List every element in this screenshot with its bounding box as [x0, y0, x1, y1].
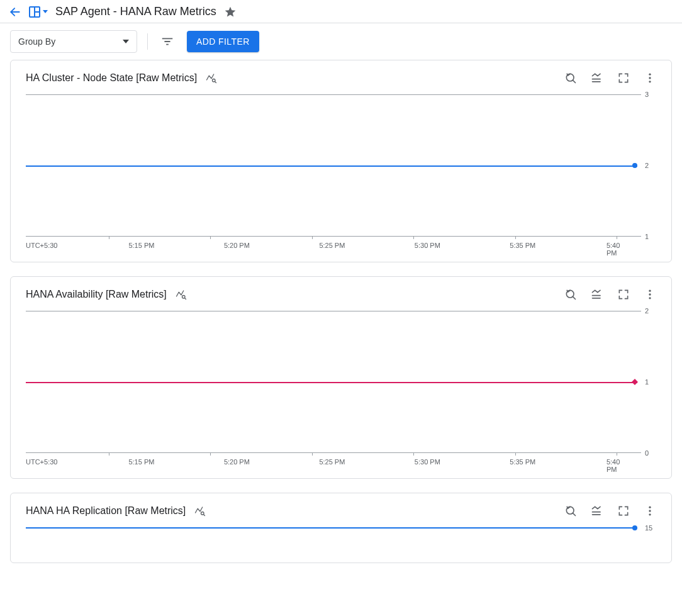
x-tick-label: 5:25 PM [319, 458, 345, 466]
group-by-label: Group By [18, 36, 55, 47]
chart-card-actions [564, 505, 656, 517]
y-tick-label: 1 [645, 378, 649, 386]
y-tick-label: 2 [645, 307, 649, 315]
x-tick [210, 236, 211, 239]
svg-line-2 [215, 81, 216, 82]
x-tick-label: 5:40 PM [607, 242, 630, 257]
chart-y-axis: 321 [641, 94, 656, 237]
series-marker [632, 379, 638, 385]
y-tick-label: 15 [645, 524, 652, 532]
reset-zoom-icon[interactable] [564, 72, 577, 84]
svg-point-27 [649, 513, 651, 515]
x-tick-label: 5:30 PM [415, 458, 440, 466]
y-tick-label: 2 [645, 162, 649, 169]
x-tick-label: 5:20 PM [224, 458, 250, 466]
x-tick-label: 5:20 PM [224, 242, 250, 249]
chart-body: 321 UTC+5:30 5:15 PM5:20 PM5:25 PM5:30 P… [11, 91, 671, 262]
legend-toggle-icon[interactable] [591, 72, 603, 84]
svg-point-26 [649, 510, 651, 512]
svg-line-13 [573, 296, 575, 299]
chart-x-axis: UTC+5:30 5:15 PM5:20 PM5:25 PM5:30 PM5:3… [26, 458, 656, 467]
svg-point-18 [649, 297, 651, 299]
series-line [26, 165, 637, 167]
svg-line-20 [204, 514, 205, 515]
chart-title: HA Cluster - Node State [Raw Metrics] [26, 72, 197, 84]
series-line [26, 527, 637, 529]
chart-title: HANA HA Replication [Raw Metrics] [26, 505, 186, 517]
toolbar-divider [147, 33, 148, 50]
x-tick [515, 452, 516, 456]
legend-toggle-icon[interactable] [591, 288, 603, 301]
chevron-down-icon [43, 10, 48, 13]
chart-plot-area[interactable] [26, 527, 641, 531]
chart-plot-area[interactable] [26, 311, 641, 453]
timezone-label: UTC+5:30 [26, 242, 64, 250]
chart-plot-area[interactable] [26, 94, 641, 237]
fullscreen-icon[interactable] [617, 72, 630, 84]
chart-title: HANA Availability [Raw Metrics] [26, 289, 167, 300]
x-tick-label: 5:25 PM [319, 242, 345, 249]
x-tick [413, 236, 414, 239]
svg-point-17 [649, 293, 651, 295]
x-tick [617, 452, 617, 456]
x-tick-label: 5:40 PM [607, 458, 630, 473]
chart-card-header: HANA HA Replication [Raw Metrics] [11, 493, 671, 524]
x-tick-label: 5:30 PM [415, 242, 440, 249]
svg-line-11 [184, 298, 186, 299]
chart-card: HA Cluster - Node State [Raw Metrics] [10, 60, 672, 262]
more-options-icon[interactable] [644, 72, 656, 84]
svg-point-9 [649, 81, 651, 82]
more-options-icon[interactable] [644, 288, 656, 301]
chart-card-actions [564, 72, 656, 84]
x-tick [617, 236, 617, 239]
y-tick-label: 3 [645, 91, 649, 98]
dashboard-dropdown-icon[interactable] [29, 6, 48, 18]
x-tick [312, 452, 313, 456]
x-tick [515, 236, 516, 239]
reset-zoom-icon[interactable] [564, 288, 577, 301]
y-tick-label: 0 [645, 449, 649, 457]
group-by-dropdown[interactable]: Group By [10, 30, 137, 53]
chevron-down-icon [123, 40, 129, 43]
chart-card-header: HA Cluster - Node State [Raw Metrics] [11, 60, 671, 91]
chart-card-header: HANA Availability [Raw Metrics] [11, 277, 671, 307]
chart-x-axis: UTC+5:30 5:15 PM5:20 PM5:25 PM5:30 PM5:3… [26, 242, 656, 250]
x-tick [413, 452, 414, 456]
more-options-icon[interactable] [644, 505, 656, 517]
favorite-star-icon[interactable] [224, 6, 237, 18]
chart-card-actions [564, 288, 656, 301]
chart-y-axis: 210 [641, 311, 656, 453]
reset-zoom-icon[interactable] [564, 505, 577, 517]
y-tick-label: 1 [645, 233, 649, 240]
svg-line-4 [573, 80, 575, 82]
chart-body: 210 UTC+5:30 5:15 PM5:20 PM5:25 PM5:30 P… [11, 307, 671, 478]
svg-point-16 [649, 290, 651, 292]
svg-point-8 [649, 77, 651, 79]
chart-card: HANA Availability [Raw Metrics] [10, 276, 672, 479]
x-tick-label: 5:15 PM [128, 242, 154, 249]
metrics-explorer-icon[interactable] [194, 505, 206, 517]
legend-toggle-icon[interactable] [591, 505, 603, 517]
chart-y-axis: 15 [641, 527, 656, 531]
x-tick [312, 236, 313, 239]
x-tick-label: 5:35 PM [510, 458, 535, 466]
chart-card: HANA HA Replication [Raw Metrics] [10, 493, 672, 563]
fullscreen-icon[interactable] [617, 505, 630, 517]
filter-toolbar: Group By ADD FILTER [0, 23, 682, 60]
svg-point-7 [649, 74, 651, 76]
x-tick [109, 452, 109, 456]
fullscreen-icon[interactable] [617, 288, 630, 301]
x-tick-label: 5:35 PM [510, 242, 535, 249]
filter-icon[interactable] [158, 32, 177, 51]
metrics-explorer-icon[interactable] [206, 72, 217, 84]
add-filter-button[interactable]: ADD FILTER [187, 31, 259, 52]
series-marker [632, 163, 637, 168]
x-tick [109, 236, 109, 239]
x-tick-label: 5:15 PM [128, 458, 154, 466]
x-tick [210, 452, 211, 456]
back-arrow-icon[interactable] [9, 6, 21, 18]
svg-line-22 [573, 513, 575, 515]
svg-point-25 [649, 507, 651, 508]
metrics-explorer-icon[interactable] [176, 289, 187, 300]
page-title: SAP Agent - HANA Raw Metrics [55, 5, 216, 18]
